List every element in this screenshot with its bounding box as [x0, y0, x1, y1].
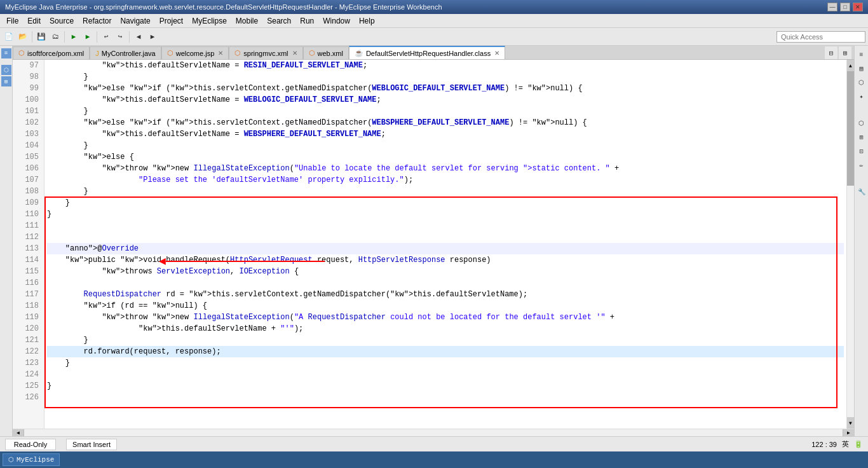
- title-text: MyEclipse Java Enterprise - org.springfr…: [5, 3, 442, 11]
- line-num-114: 114: [15, 254, 39, 266]
- taskbar: ⬡MyEclipse: [0, 451, 868, 468]
- tab-close-springmvc[interactable]: ✕: [292, 50, 297, 57]
- run-button[interactable]: ▶: [81, 31, 94, 43]
- code-line-118: "kw">if (rd == "kw">null) {: [47, 300, 844, 312]
- tab-controls: ⊟ ⊞: [825, 46, 854, 59]
- rs-btn-1[interactable]: ≡: [855, 48, 868, 61]
- status-right: 122 : 39 英 🔋: [811, 439, 863, 449]
- line-num-110: 110: [15, 209, 39, 220]
- line-num-106: 106: [15, 163, 39, 174]
- maximize-button[interactable]: □: [840, 3, 850, 11]
- line-num-105: 105: [15, 151, 39, 163]
- rs-btn-5[interactable]: ⬡: [855, 117, 868, 130]
- rs-btn-8[interactable]: ✏: [855, 159, 868, 172]
- menu-file[interactable]: File: [3, 15, 22, 27]
- toolbar-sep-2: [64, 31, 65, 43]
- rs-btn-3[interactable]: ⬡: [855, 76, 868, 89]
- forward-button[interactable]: ▶: [146, 31, 159, 43]
- code-line-106: "kw">throw "kw">new IllegalStateExceptio…: [47, 163, 844, 174]
- undo-button[interactable]: ↩: [100, 31, 112, 43]
- code-line-107: "Please set the 'defaultServletName' pro…: [47, 174, 844, 186]
- code-line-121: }: [47, 334, 844, 346]
- code-line-104: }: [47, 140, 844, 151]
- debug-button[interactable]: ▶: [67, 31, 80, 43]
- menu-source[interactable]: Source: [46, 15, 78, 27]
- menu-edit[interactable]: Edit: [24, 15, 44, 27]
- menu-navigate[interactable]: Navigate: [116, 15, 154, 27]
- code-content-wrapper[interactable]: "kw">this.defaultServletName = RESIN_DEF…: [44, 60, 846, 429]
- rs-btn-2[interactable]: ▤: [855, 62, 868, 75]
- menu-search[interactable]: Search: [263, 15, 295, 27]
- status-position: 122 : 39: [811, 441, 837, 448]
- line-num-109: 109: [15, 197, 39, 209]
- line-num-115: 115: [15, 266, 39, 277]
- status-bar: Read-Only Smart Insert 122 : 39 英 🔋: [0, 436, 868, 451]
- code-line-116: [47, 277, 844, 289]
- tab-maximize[interactable]: ⊞: [839, 46, 851, 59]
- code-content[interactable]: "kw">this.defaultServletName = RESIN_DEF…: [44, 60, 846, 403]
- status-smart-insert: Smart Insert: [66, 439, 117, 450]
- tab-minimize[interactable]: ⊟: [825, 46, 837, 59]
- tab-close-welcome[interactable]: ✕: [218, 50, 223, 57]
- menu-help[interactable]: Help: [355, 15, 379, 27]
- code-line-99: "kw">else "kw">if ("kw">this.servletCont…: [47, 83, 844, 94]
- quick-access-input[interactable]: [776, 31, 865, 43]
- redo-button[interactable]: ↪: [114, 31, 126, 43]
- code-line-114: "kw">public "kw">void handleRequest(Http…: [47, 254, 844, 266]
- vertical-scrollbar[interactable]: ▲ ▼: [846, 60, 854, 429]
- sidebar-icon-1[interactable]: ≡: [1, 48, 11, 59]
- tab-web-xml[interactable]: ⬡ web.xml: [303, 46, 349, 59]
- line-num-120: 120: [15, 323, 39, 334]
- menu-window[interactable]: Window: [319, 15, 354, 27]
- tab-welcome-jsp[interactable]: ⬡ welcome.jsp ✕: [161, 46, 229, 59]
- title-bar: MyEclipse Java Enterprise - org.springfr…: [0, 0, 868, 14]
- rs-btn-9[interactable]: 🔧: [855, 186, 868, 198]
- rs-btn-7[interactable]: ⊡: [855, 145, 868, 158]
- status-icons: 🔋: [854, 440, 863, 448]
- code-line-122: rd.forward(request, response);: [47, 346, 844, 357]
- tab-springmvc-xml[interactable]: ⬡ springmvc.xml ✕: [229, 46, 302, 59]
- menu-project[interactable]: Project: [156, 15, 187, 27]
- line-num-125: 125: [15, 380, 39, 392]
- code-line-119: "kw">throw "kw">new IllegalStateExceptio…: [47, 312, 844, 323]
- tab-close-defaultservlet[interactable]: ✕: [494, 50, 499, 57]
- code-line-100: "kw">this.defaultServletName = WEBLOGIC_…: [47, 94, 844, 106]
- taskbar-eclipse[interactable]: ⬡MyEclipse: [3, 453, 60, 466]
- code-line-111: [47, 220, 844, 231]
- minimize-button[interactable]: —: [827, 3, 837, 11]
- tab-label-defaultservlet: DefaultServletHttpRequestHandler.class: [366, 50, 491, 57]
- line-num-121: 121: [15, 334, 39, 346]
- save-button[interactable]: 💾: [35, 31, 48, 43]
- menu-refactor[interactable]: Refactor: [79, 15, 115, 27]
- sidebar-icon-3[interactable]: ⊞: [1, 76, 11, 86]
- save-all-button[interactable]: 🗂: [49, 31, 62, 43]
- menu-myeclipse[interactable]: MyEclipse: [188, 15, 231, 27]
- tab-pom-xml[interactable]: ⬡ isoftforce/pom.xml: [13, 46, 90, 59]
- line-num-99: 99: [15, 83, 39, 94]
- tab-label-springmvc: springmvc.xml: [243, 50, 288, 57]
- horizontal-scrollbar[interactable]: ◀ ▶: [13, 429, 854, 436]
- code-editor: 9798991001011021031041051061071081091101…: [13, 60, 854, 429]
- tab-mycontroller[interactable]: J MyController.java: [90, 46, 161, 59]
- editor-area: ⬡ isoftforce/pom.xml J MyController.java…: [13, 46, 854, 436]
- rs-btn-6[interactable]: ⊞: [855, 131, 868, 144]
- open-button[interactable]: 📂: [17, 31, 29, 43]
- code-line-123: }: [47, 357, 844, 369]
- tab-label-mycontroller: MyController.java: [102, 50, 156, 57]
- menu-mobile[interactable]: Mobile: [232, 15, 262, 27]
- tab-defaultservlet[interactable]: ☕ DefaultServletHttpRequestHandler.class…: [349, 46, 505, 59]
- line-numbers: 9798991001011021031041051061071081091101…: [13, 60, 44, 429]
- menu-run[interactable]: Run: [296, 15, 318, 27]
- rs-btn-4[interactable]: ✦: [855, 90, 868, 103]
- code-line-124: [47, 369, 844, 380]
- line-num-100: 100: [15, 94, 39, 106]
- line-num-113: 113: [15, 243, 39, 254]
- back-button[interactable]: ◀: [132, 31, 145, 43]
- sidebar-icon-2[interactable]: ⬡: [1, 65, 11, 75]
- window-controls: — □ ✕: [827, 3, 863, 11]
- new-button[interactable]: 📄: [3, 31, 15, 43]
- code-line-109: }: [47, 197, 844, 209]
- toolbar-sep-3: [97, 31, 97, 43]
- close-button[interactable]: ✕: [853, 3, 863, 11]
- code-line-98: }: [47, 71, 844, 83]
